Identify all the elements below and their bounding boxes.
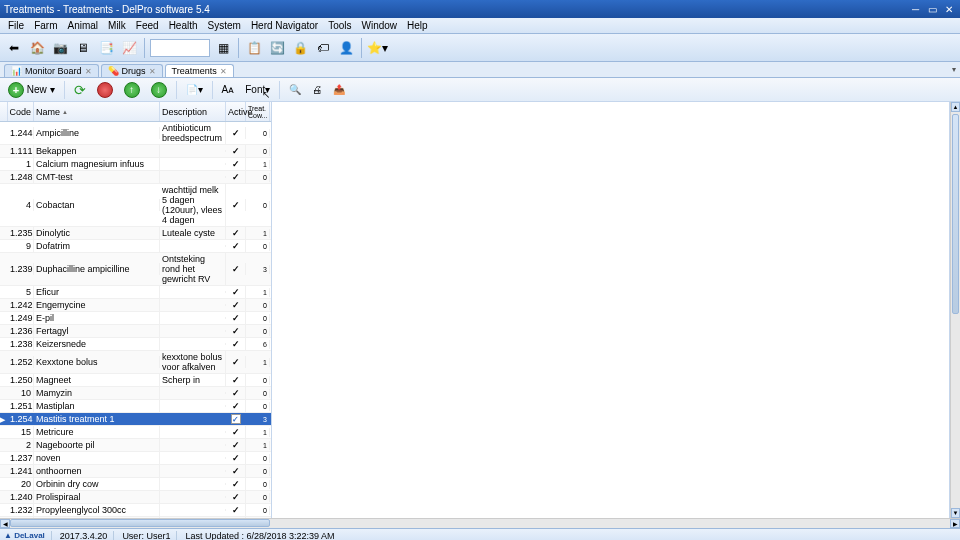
menu-feed[interactable]: Feed (132, 20, 163, 31)
table-row[interactable]: 1.248CMT-test✓0 (0, 171, 271, 184)
font-button[interactable]: Font▾ (241, 81, 274, 99)
table-row[interactable]: 1.240Prolispiraal✓0 (0, 491, 271, 504)
table-row[interactable]: 1.236Fertagyl✓0 (0, 325, 271, 338)
table-row[interactable]: 9Dofatrim✓0 (0, 240, 271, 253)
cell-code: 1.250 (8, 374, 34, 386)
table-row[interactable]: 1.249E-pil✓0 (0, 312, 271, 325)
monitor-button[interactable]: 🖥 (73, 38, 93, 58)
table-row[interactable]: 1.251Mastiplan✓0 (0, 400, 271, 413)
cell-active: ✓ (226, 387, 246, 399)
table-row[interactable]: 1.244AmpicillineAntibioticum breedspectr… (0, 122, 271, 145)
table-row[interactable]: 1.241onthoornen✓0 (0, 465, 271, 478)
lock-button[interactable]: 🔒 (290, 38, 310, 58)
horizontal-scrollbar[interactable]: ◀ ▶ (0, 518, 960, 528)
camera-button[interactable]: 📷 (50, 38, 70, 58)
menu-tools[interactable]: Tools (324, 20, 355, 31)
clipboard-button[interactable]: 📋 (244, 38, 264, 58)
col-code[interactable]: Code (8, 102, 34, 121)
table-row[interactable]: 1.237noven✓0 (0, 452, 271, 465)
cell-treat-cow: 0 (246, 242, 270, 251)
tab-close-icon[interactable]: ✕ (220, 67, 227, 76)
refresh-button[interactable]: ⟳ (70, 81, 90, 99)
col-name[interactable]: Name▲ (34, 102, 160, 121)
scroll-up-icon[interactable]: ▲ (951, 102, 960, 112)
table-row[interactable]: 1.235DinolyticLuteale cyste✓1 (0, 227, 271, 240)
user-button[interactable]: 👤 (336, 38, 356, 58)
tab-close-icon[interactable]: ✕ (149, 67, 156, 76)
minimize-button[interactable]: ─ (908, 4, 922, 15)
print-button[interactable]: 🖨 (308, 81, 326, 99)
sync-button[interactable]: 🔄 (267, 38, 287, 58)
maximize-button[interactable]: ▭ (925, 4, 939, 15)
print-preview-button[interactable]: 🔍 (285, 81, 305, 99)
cell-code: 1.240 (8, 491, 34, 503)
cell-name: Propyleenglycol 300cc (34, 504, 160, 516)
col-description[interactable]: Description (160, 102, 226, 121)
fontsize-button[interactable]: Aᴀ (218, 81, 239, 99)
table-row[interactable]: 1.252Kexxtone boluskexxtone bolus voor a… (0, 351, 271, 374)
table-row[interactable]: 1.239Duphacilline ampicillineOntsteking … (0, 253, 271, 286)
table-row[interactable]: 1.238Keizersnede✓6 (0, 338, 271, 351)
table-row[interactable]: 1.242Engemycine✓0 (0, 299, 271, 312)
hscroll-thumb[interactable] (10, 519, 270, 527)
menu-farm[interactable]: Farm (30, 20, 61, 31)
table-row[interactable]: 1.231Propyleenglycol 500cc✓0 (0, 517, 271, 518)
scroll-thumb[interactable] (952, 114, 959, 314)
menu-milk[interactable]: Milk (104, 20, 130, 31)
layout-button[interactable]: ▦ (213, 38, 233, 58)
treatments-grid[interactable]: Code Name▲ Description Active Treat. Cow… (0, 102, 272, 518)
favorite-button[interactable]: ⭐▾ (367, 38, 387, 58)
home-button[interactable]: 🏠 (27, 38, 47, 58)
menu-help[interactable]: Help (403, 20, 432, 31)
col-active[interactable]: Active (226, 102, 246, 121)
close-button[interactable]: ✕ (942, 4, 956, 15)
search-input[interactable] (150, 39, 210, 57)
table-row[interactable]: 15Metricure✓1 (0, 426, 271, 439)
tab-close-icon[interactable]: ✕ (85, 67, 92, 76)
tab-monitor-board[interactable]: 📊Monitor Board✕ (4, 64, 99, 77)
cell-code: 1.248 (8, 171, 34, 183)
nav-down-button[interactable]: ↓ (147, 81, 171, 99)
nav-up-button[interactable]: ↑ (120, 81, 144, 99)
cell-description (160, 150, 226, 152)
back-button[interactable]: ⬅ (4, 38, 24, 58)
tab-treatments[interactable]: Treatments✕ (165, 64, 234, 77)
vertical-scrollbar[interactable]: ▲ ▼ (950, 102, 960, 518)
scroll-down-icon[interactable]: ▼ (951, 508, 960, 518)
table-row[interactable]: 1.250MagneetScherp in✓0 (0, 374, 271, 387)
cell-active: ✓ (226, 325, 246, 337)
menu-herd-navigator[interactable]: Herd Navigator (247, 20, 322, 31)
table-row[interactable]: 2Nageboorte pil✓1 (0, 439, 271, 452)
cell-treat-cow: 1 (246, 229, 270, 238)
chart-button[interactable]: 📈 (119, 38, 139, 58)
scroll-left-icon[interactable]: ◀ (0, 519, 10, 528)
scroll-right-icon[interactable]: ▶ (950, 519, 960, 528)
table-row[interactable]: 10Mamyzin✓0 (0, 387, 271, 400)
separator (361, 38, 362, 58)
table-row[interactable]: 1.232Propyleenglycol 300cc✓0 (0, 504, 271, 517)
table-row[interactable]: 5Eficur✓1 (0, 286, 271, 299)
report-button[interactable]: 📑 (96, 38, 116, 58)
cell-description: Ontsteking rond het gewricht RV (160, 253, 226, 285)
table-row[interactable]: 4Cobactanwachttijd melk 5 dagen (120uur)… (0, 184, 271, 227)
cell-code: 1.252 (8, 356, 34, 368)
menu-animal[interactable]: Animal (63, 20, 102, 31)
table-row[interactable]: 1.111Bekappen✓0 (0, 145, 271, 158)
menu-window[interactable]: Window (358, 20, 402, 31)
cell-description (160, 304, 226, 306)
table-row[interactable]: 20Orbinin dry cow✓0 (0, 478, 271, 491)
tag-button[interactable]: 🏷 (313, 38, 333, 58)
col-treat-cow[interactable]: Treat. Cow... (246, 102, 270, 121)
menu-health[interactable]: Health (165, 20, 202, 31)
tab-drugs[interactable]: 💊Drugs✕ (101, 64, 163, 77)
delete-button[interactable] (93, 81, 117, 99)
export-button[interactable]: 📤 (329, 81, 349, 99)
menu-system[interactable]: System (204, 20, 245, 31)
separator (238, 38, 239, 58)
tab-dropdown[interactable]: ▾ (952, 65, 956, 74)
menu-file[interactable]: File (4, 20, 28, 31)
notes-button[interactable]: 📄▾ (182, 81, 207, 99)
new-button[interactable]: + New ▾ (4, 81, 59, 99)
table-row[interactable]: ▶1.254Mastitis treatment 1✓3 (0, 413, 271, 426)
table-row[interactable]: 1Calcium magnesium infuus✓1 (0, 158, 271, 171)
